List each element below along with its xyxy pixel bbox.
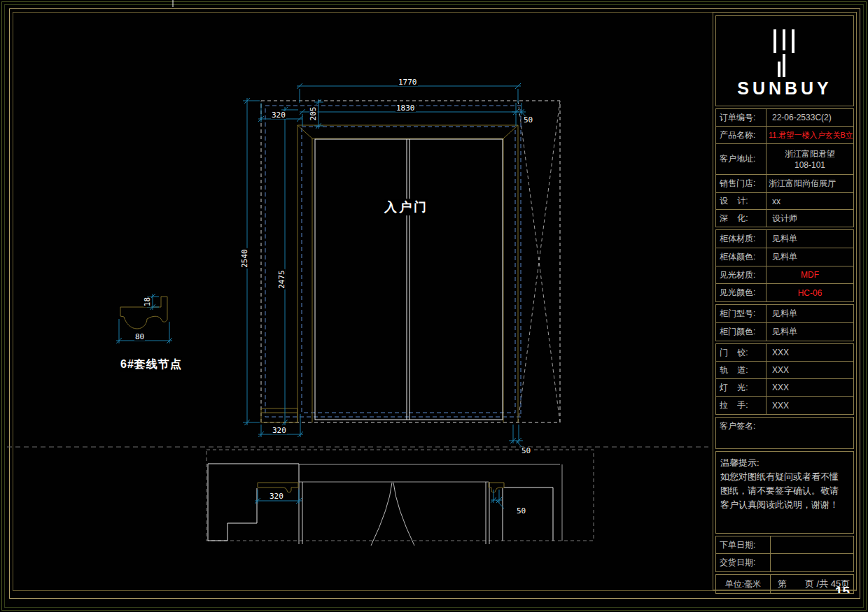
notice-title: 温馨提示:	[720, 456, 849, 470]
dim-320-bottom: 320	[272, 427, 287, 434]
row-label: 见光材质:	[716, 266, 766, 283]
title-block: SUNBUY 订单编号: 22-06-2533C(2) 产品名称: 11.君望一…	[713, 12, 857, 590]
x-brace-line	[518, 101, 560, 422]
row-value: 浙江富阳君望 108-101	[766, 148, 853, 170]
row-label: 下单日期:	[716, 536, 771, 553]
row-label: 柜体材质:	[716, 230, 766, 248]
row-finish-color: 见光颜色: HC-06	[716, 284, 853, 301]
reference-dashed-inner	[302, 127, 515, 413]
unit-label: 单位:毫米	[716, 575, 771, 593]
dim-205: 205	[309, 106, 317, 122]
page-number: 15	[835, 584, 850, 593]
row-value: 见料单	[766, 308, 853, 320]
row-value: 11.君望一楼入户玄关B立面	[766, 130, 853, 141]
notice-line: 客户认真阅读此说明，谢谢！	[720, 498, 849, 512]
spec-table-top: 订单编号: 22-06-2533C(2) 产品名称: 11.君望一楼入户玄关B立…	[715, 108, 854, 227]
row-door-model: 柜门型号: 见料单	[716, 305, 853, 323]
row-label: 产品名称:	[716, 127, 766, 143]
detail-label: 6#套线节点	[120, 357, 182, 372]
door-swing-arc	[393, 483, 414, 546]
row-value: xx	[766, 197, 853, 206]
dim-1770: 1770	[398, 78, 418, 86]
row-value: 22-06-2533C(2)	[766, 113, 853, 122]
dim-80-detail: 80	[134, 333, 145, 341]
plan-view	[206, 450, 594, 546]
row-cabinet-color: 柜体颜色: 见料单	[716, 248, 853, 266]
dim-50-bottom: 50	[521, 447, 531, 455]
row-label: 轨 道:	[716, 362, 766, 378]
row-track: 轨 道: XXX	[716, 362, 853, 379]
door-casing	[261, 125, 518, 422]
spec-table-hardware: 门 铰: XXX 轨 道: XXX 灯 光: XXX 拉 手: XXX	[715, 343, 854, 415]
row-label: 柜体颜色:	[716, 248, 766, 266]
spec-table-doors: 柜门型号: 见料单 柜门颜色: 见料单	[715, 304, 854, 341]
row-value: 设计师	[766, 213, 853, 225]
dim-320-top: 320	[271, 111, 286, 119]
row-product-name: 产品名称: 11.君望一楼入户玄关B立面	[716, 127, 853, 144]
x-brace-line	[518, 101, 560, 422]
row-value: HC-06	[766, 288, 853, 298]
row-delivery-date: 交货日期:	[716, 554, 853, 571]
drawing-canvas	[0, 0, 714, 612]
dim-320-plan: 320	[269, 492, 284, 500]
row-label: 交货日期:	[716, 554, 771, 571]
row-label: 订单编号:	[716, 109, 766, 126]
door-label: 入户门	[384, 199, 428, 215]
dim-50-plan: 50	[516, 507, 526, 515]
notice-line: 如您对图纸有疑问或者看不懂	[720, 470, 849, 484]
row-light: 灯 光: XXX	[716, 379, 853, 397]
row-label: 门 铰:	[716, 344, 766, 361]
row-hinge: 门 铰: XXX	[716, 344, 853, 362]
row-label: 柜门颜色:	[716, 323, 766, 341]
plan-walls	[208, 464, 553, 541]
row-customer-address: 客户地址: 浙江富阳君望 108-101	[716, 144, 853, 175]
door-swing-arc	[371, 483, 392, 546]
row-order-no: 订单编号: 22-06-2533C(2)	[716, 109, 853, 127]
plan-casing-profiles	[258, 483, 504, 492]
row-finish-material: 见光材质: MDF	[716, 266, 853, 284]
row-value: XXX	[766, 348, 853, 357]
row-value: MDF	[766, 270, 853, 280]
door-leaves	[315, 139, 503, 420]
row-store: 销售门店: 浙江富阳尚佰展厅	[716, 175, 853, 193]
page-cell: 第 页 /共 45页 15	[771, 578, 853, 590]
row-handle: 拉 手: XXX	[716, 397, 853, 414]
row-value: XXX	[766, 401, 853, 411]
spec-table-materials: 柜体材质: 见料单 柜体颜色: 见料单 见光材质: MDF 见光颜色: HC-0…	[715, 229, 854, 302]
notice-line: 图纸，请不要签字确认。敬请	[720, 484, 849, 498]
dim-2475: 2475	[278, 269, 286, 290]
row-label: 柜门型号:	[716, 305, 766, 322]
row-detailer: 深 化: 设计师	[716, 210, 853, 227]
signature-box: 客户签名:	[715, 417, 854, 449]
logo-box: SUNBUY	[715, 15, 854, 106]
dim-2540: 2540	[241, 248, 248, 269]
plan-wall-lines	[299, 464, 562, 541]
row-designer: 设 计: xx	[716, 193, 853, 210]
row-label: 见光颜色:	[716, 284, 766, 301]
logo-text: SUNBUY	[737, 80, 832, 97]
row-label: 设 计:	[716, 193, 766, 209]
dates-box: 下单日期: 交货日期:	[715, 536, 854, 572]
row-value: XXX	[766, 383, 853, 392]
row-order-date: 下单日期:	[716, 536, 853, 554]
reference-dashed	[265, 106, 521, 417]
row-label: 灯 光:	[716, 379, 766, 396]
row-footer: 单位:毫米 第 页 /共 45页 15	[716, 575, 853, 593]
dim-1830: 1830	[396, 104, 416, 112]
cad-sheet: 1770 1830 320 205 50 2540 2475 320 50 32…	[0, 0, 868, 612]
row-value: XXX	[766, 365, 853, 375]
wall-outline-dashed	[261, 101, 560, 422]
row-label: 销售门店:	[716, 175, 766, 192]
footer-box: 单位:毫米 第 页 /共 45页 15	[715, 574, 854, 594]
row-value: 见料单	[766, 233, 853, 245]
row-label: 深 化:	[716, 210, 766, 227]
plan-open-leaves	[299, 482, 489, 544]
signature-label: 客户签名:	[720, 421, 755, 431]
row-cabinet-material: 柜体材质: 见料单	[716, 230, 853, 248]
dim-18-detail: 18	[144, 297, 151, 307]
dim-50-top: 50	[523, 116, 533, 124]
notice-box: 温馨提示: 如您对图纸有疑问或者看不懂 图纸，请不要签字确认。敬请 客户认真阅读…	[715, 451, 854, 534]
row-door-color: 柜门颜色: 见料单	[716, 323, 853, 341]
address-line-2: 108-101	[766, 160, 853, 170]
row-value: 浙江富阳尚佰展厅	[766, 178, 853, 190]
